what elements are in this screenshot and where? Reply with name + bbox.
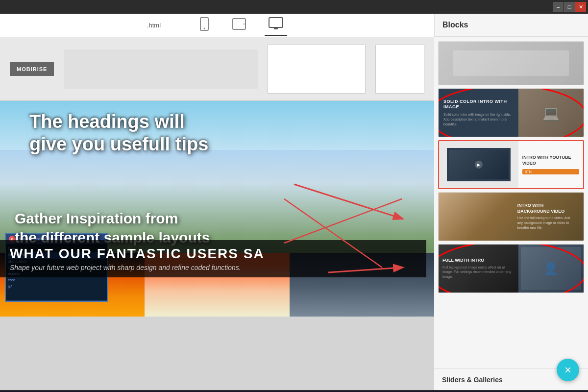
blocks-list: SOLID COLOR INTRO WITH IMAGE Solid color… (434, 37, 588, 368)
mobile-device-icon[interactable] (195, 15, 214, 36)
block-solid-right: 💻 (518, 89, 584, 137)
block-solid-desc: Solid color intro with image on the righ… (443, 112, 514, 126)
right-panel: SOLID COLOR INTRO WITH IMAGE Solid color… (434, 37, 588, 390)
block-yt-badge: BTN (522, 169, 579, 174)
preview-top-band: MOBIRISE (0, 37, 434, 101)
device-toolbar: .html (0, 14, 434, 37)
section-label: Sliders & Galleries (442, 376, 503, 384)
block-yt-left: ▶ (439, 141, 518, 188)
users-banner: WHAT OUR FANTASTIC USERS SA Shape your f… (0, 240, 426, 277)
preview-box (268, 45, 366, 94)
annotation-heading-1: The headings will give you usefull tips (29, 111, 208, 155)
block-solid-intro-inner: SOLID COLOR INTRO WITH IMAGE Solid color… (439, 89, 584, 137)
users-banner-title: WHAT OUR FANTASTIC USERS SA (10, 246, 416, 262)
block-fw-right: 👤 (518, 245, 584, 293)
block-item-youtube[interactable]: ▶ INTRO WITH YOUTUBE VIDEO BTN (438, 140, 584, 189)
block-yt-preview-inner: ▶ (449, 150, 508, 179)
desktop-device-icon[interactable] (265, 15, 287, 36)
laptop-icon: 💻 (542, 105, 560, 121)
block-yt-right: INTRO WITH YOUTUBE VIDEO BTN (518, 141, 583, 188)
block-item-full-width[interactable]: FULL WIDTH INTRO Full background image e… (438, 244, 584, 293)
block-gray-preview (439, 42, 584, 85)
block-bgvideo-text: INTRO WITH BACKGROUND VIDEO Use the full… (514, 199, 579, 234)
close-button[interactable]: ✕ (575, 2, 586, 12)
file-title: .html (147, 22, 161, 29)
svg-rect-4 (269, 18, 283, 27)
maximize-button[interactable]: □ (564, 2, 575, 12)
person-silhouette-icon: 👤 (543, 262, 558, 275)
preview-area: MOBIRISE The headings will give you usef… (0, 37, 434, 390)
block-item-solid-intro[interactable]: SOLID COLOR INTRO WITH IMAGE Solid color… (438, 88, 584, 137)
block-fullwidth-inner: FULL WIDTH INTRO Full background image e… (439, 245, 584, 293)
play-button-icon: ▶ (475, 161, 483, 169)
tablet-device-icon[interactable] (228, 16, 250, 35)
block-youtube-inner: ▶ INTRO WITH YOUTUBE VIDEO BTN (439, 141, 583, 188)
block-item-gray[interactable] (438, 41, 584, 85)
block-bgvideo-desc: Use the full background video. Add any b… (517, 216, 575, 230)
block-fw-desc: Full background image easily affect on a… (442, 265, 514, 279)
fab-close-button[interactable]: × (557, 359, 579, 381)
block-yt-preview: ▶ (447, 148, 510, 181)
preview-box-2 (375, 45, 424, 94)
main-layout: MOBIRISE The headings will give you usef… (0, 37, 588, 390)
users-banner-subtitle: Shape your future web project with sharp… (10, 264, 416, 271)
block-fw-left: FULL WIDTH INTRO Full background image e… (439, 245, 518, 293)
block-solid-title: SOLID COLOR INTRO WITH IMAGE (443, 99, 514, 110)
block-bgvideo-title: INTRO WITH BACKGROUND VIDEO (517, 203, 575, 214)
preview-content-area: The headings will give you usefull tips … (0, 101, 434, 317)
block-solid-left: SOLID COLOR INTRO WITH IMAGE Solid color… (439, 89, 518, 137)
preview-logo: MOBIRISE (10, 62, 54, 76)
minimize-button[interactable]: – (553, 2, 564, 12)
block-bgvideo-inner: INTRO WITH BACKGROUND VIDEO Use the full… (439, 193, 584, 241)
svg-point-1 (204, 27, 205, 29)
block-item-bg-video[interactable]: INTRO WITH BACKGROUND VIDEO Use the full… (438, 192, 584, 241)
window-chrome: – □ ✕ (0, 0, 588, 14)
block-fw-title: FULL WIDTH INTRO (442, 258, 514, 264)
block-fw-image-overlay: 👤 (521, 247, 581, 290)
blocks-panel-title: Blocks (442, 21, 468, 29)
block-yt-title: INTRO WITH YOUTUBE VIDEO (522, 155, 579, 166)
svg-point-3 (244, 23, 245, 24)
